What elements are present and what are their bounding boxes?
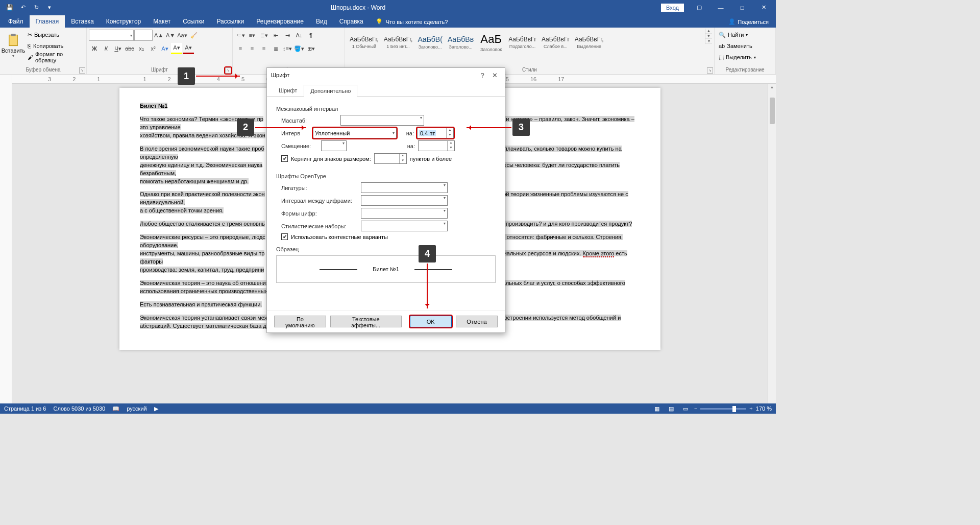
strikethrough-button[interactable]: abc [124,43,135,54]
gallery-scroll-button[interactable]: ▲ [705,29,712,34]
kerning-size-spinner[interactable]: ▲▼ [374,153,407,164]
italic-button[interactable]: К [101,43,112,54]
copy-button[interactable]: ⎘Копировать [26,41,84,51]
close-icon[interactable]: ✕ [753,0,774,15]
highlight-button[interactable]: A▾ [171,43,182,54]
zoom-slider[interactable] [700,408,746,410]
style-item[interactable]: АаБбВвГг,1 Обычный [347,29,381,56]
gallery-scroll-button[interactable]: ▼ [705,34,712,39]
scale-combo[interactable]: ▾ [340,115,424,126]
share-button[interactable]: 👤 Поделиться [721,16,776,28]
style-item[interactable]: АаБЗаголовок [476,29,506,56]
gallery-scroll-button[interactable]: ▾ [705,39,712,44]
increase-indent-button[interactable]: ⇥ [282,30,293,41]
font-name-combo[interactable]: ▾ [89,30,134,41]
position-combo[interactable]: ▾ [321,140,347,151]
style-item[interactable]: АаБбВвЗаголово... [445,29,476,56]
contextual-checkbox[interactable]: ✔ [281,233,288,240]
dialog-close-button[interactable]: ✕ [488,71,501,79]
tab-help[interactable]: Справка [333,15,370,28]
spinner-down[interactable]: ▼ [448,146,454,151]
tab-design[interactable]: Конструктор [100,15,147,28]
cut-button[interactable]: ✂Вырезать [26,30,84,40]
font-dialog-launcher[interactable]: ↘ [225,67,231,74]
style-item[interactable]: АаБбВ(Заголово... [415,29,445,56]
font-color-button[interactable]: A▾ [183,43,194,54]
change-case-button[interactable]: Aa▾ [177,30,188,41]
status-page[interactable]: Страница 1 из 6 [4,405,46,412]
stylistic-combo[interactable]: ▾ [361,221,448,231]
dialog-titlebar[interactable]: Шрифт ? ✕ [267,68,505,82]
format-painter-button[interactable]: 🖌Формат по образцу [26,52,84,62]
bullets-button[interactable]: ≔▾ [235,30,246,41]
style-item[interactable]: АаБбВвГгСлабое в... [539,29,572,56]
view-web-icon[interactable]: ▭ [680,403,691,414]
zoom-out-button[interactable]: − [694,405,697,412]
clear-formatting-button[interactable]: 🧹 [188,30,200,41]
find-button[interactable]: 🔍Найти▾ [717,30,750,40]
spacing-combo[interactable]: Уплотненный▾ [313,128,397,138]
grow-font-button[interactable]: A▲ [153,30,164,41]
align-center-button[interactable]: ≡ [247,43,258,54]
tab-view[interactable]: Вид [310,15,333,28]
subscript-button[interactable]: x₂ [136,43,147,54]
bold-button[interactable]: Ж [89,43,100,54]
spinner-down[interactable]: ▼ [447,133,453,138]
status-proofing-icon[interactable]: 📖 [112,405,119,412]
status-words[interactable]: Слово 5030 из 5030 [53,405,105,412]
tab-references[interactable]: Ссылки [177,15,210,28]
vertical-scrollbar[interactable]: ▲ [768,84,776,403]
position-by-spinner[interactable]: ▲▼ [418,140,455,151]
tab-file[interactable]: Файл [2,15,30,28]
tell-me-search[interactable]: 💡 Что вы хотите сделать? [370,16,454,28]
maximize-icon[interactable]: □ [732,0,752,15]
paste-button[interactable]: Вставить ▾ [2,29,24,62]
line-spacing-button[interactable]: ↕≡▾ [282,43,293,54]
view-read-icon[interactable]: ▦ [651,403,663,414]
select-button[interactable]: ⬚Выделить▾ [717,52,758,62]
style-item[interactable]: АаБбВвГг,Выделение [572,29,606,56]
qat-dropdown-icon[interactable]: ▾ [44,2,55,13]
num-forms-combo[interactable]: ▾ [361,208,448,219]
show-marks-button[interactable]: ¶ [305,30,316,41]
dialog-help-button[interactable]: ? [476,71,488,79]
numbering-button[interactable]: ≡▾ [247,30,258,41]
text-effects-button[interactable]: A▾ [159,43,170,54]
spinner-down[interactable]: ▼ [400,159,406,164]
status-language[interactable]: русский [127,405,146,412]
text-effects-button[interactable]: Текстовые эффекты... [330,316,402,327]
zoom-in-button[interactable]: + [749,405,752,412]
dialog-tab-font[interactable]: Шрифт [272,84,304,96]
spacing-by-spinner[interactable]: 0,4 пт ▲▼ [417,128,454,138]
zoom-level[interactable]: 170 % [756,405,772,412]
borders-button[interactable]: ⊞▾ [305,43,316,54]
vertical-ruler[interactable] [0,84,12,403]
spinner-up[interactable]: ▲ [448,141,454,146]
status-macro-icon[interactable]: ▶ [154,405,158,412]
font-size-combo[interactable] [134,30,153,41]
kerning-checkbox[interactable]: ✔ [281,155,288,162]
tab-home[interactable]: Главная [30,15,65,28]
tab-mailings[interactable]: Рассылки [210,15,250,28]
styles-launcher[interactable]: ↘ [707,67,713,74]
align-right-button[interactable]: ≡ [258,43,270,54]
clipboard-launcher[interactable]: ↘ [79,67,85,74]
ribbon-display-icon[interactable]: ▢ [689,0,709,15]
scroll-thumb[interactable] [770,98,775,124]
minimize-icon[interactable]: ― [710,0,731,15]
num-spacing-combo[interactable]: ▾ [361,195,448,206]
underline-button[interactable]: Ч▾ [112,43,124,54]
spinner-up[interactable]: ▲ [400,154,406,159]
align-left-button[interactable]: ≡ [235,43,246,54]
login-button[interactable]: Вход [661,4,684,12]
ligatures-combo[interactable]: ▾ [361,182,448,193]
default-button[interactable]: По умолчанию [274,316,326,327]
tab-review[interactable]: Рецензирование [250,15,310,28]
dialog-tab-advanced[interactable]: Дополнительно [304,85,357,97]
multilevel-button[interactable]: ≣▾ [258,30,270,41]
undo-icon[interactable]: ↶ [17,2,29,13]
zoom-thumb[interactable] [732,406,736,412]
cancel-button[interactable]: Отмена [456,316,498,327]
replace-button[interactable]: abЗаменить [717,41,754,51]
redo-icon[interactable]: ↻ [31,2,42,13]
